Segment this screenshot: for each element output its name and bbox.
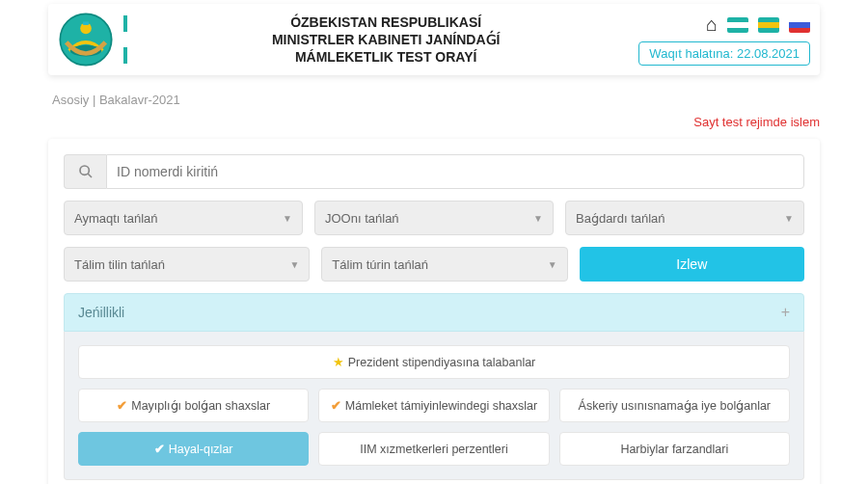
home-icon[interactable]: ⌂ <box>706 13 718 36</box>
flag-uz[interactable] <box>727 17 748 33</box>
search-button[interactable]: Izlew <box>580 247 804 282</box>
caret-down-icon: ▼ <box>283 213 292 224</box>
chip-iim[interactable]: IIM xızmetkerleri perzentleri <box>318 432 549 466</box>
breadcrumb: Asosiy | Bakalavr-2021 <box>48 75 820 115</box>
chip-label: Prezident stipendiyasına talabanlar <box>348 356 536 369</box>
accordion-title: Jeńillikli <box>78 305 124 320</box>
chip-state-support[interactable]: ✔ Mámleket támiyinlewindegi shaxslar <box>318 389 549 422</box>
joo-select[interactable]: JOOnı tańlań ▼ <box>314 201 554 235</box>
type-select[interactable]: Tálim túrin tańlań ▼ <box>321 247 567 282</box>
divider-stripe <box>123 15 127 64</box>
title-line: MÁMLEKETLIK TEST ORAYÍ <box>143 48 629 66</box>
svg-point-4 <box>80 166 89 175</box>
id-search-input[interactable] <box>106 154 804 189</box>
time-badge: Waqıt halatına: 22.08.2021 <box>638 41 810 66</box>
lang-select[interactable]: Tálim tilin tańlań ▼ <box>64 247 310 282</box>
flag-ru[interactable] <box>789 17 810 33</box>
plus-icon: + <box>781 304 790 321</box>
svg-line-5 <box>88 174 92 177</box>
title-line: MINISTRLER KABINETI JANÍNDAǴÍ <box>143 31 629 48</box>
select-label: Baǵdardı tańlań <box>576 211 665 226</box>
title-block: ÓZBEKISTAN RESPUBLIKASÍ MINISTRLER KABIN… <box>143 13 629 67</box>
search-icon-button[interactable] <box>64 154 106 189</box>
select-label: Tálim túrin tańlań <box>332 257 428 272</box>
check-icon: ✔ <box>331 398 341 413</box>
privileges-accordion-header[interactable]: Jeńillikli + <box>64 293 804 332</box>
check-icon: ✔ <box>154 442 165 456</box>
star-icon: ★ <box>333 355 344 369</box>
select-label: JOOnı tańlań <box>325 211 399 226</box>
caret-down-icon: ▼ <box>784 213 794 224</box>
caret-down-icon: ▼ <box>289 259 299 270</box>
state-emblem <box>58 12 114 67</box>
chip-women[interactable]: ✔ Hayal-qızlar <box>78 432 309 466</box>
header: ÓZBEKISTAN RESPUBLIKASÍ MINISTRLER KABIN… <box>48 4 820 75</box>
svg-point-0 <box>60 13 111 65</box>
chip-label: Áskeriy usınısnamaǵa iye bolǵanlar <box>579 398 771 413</box>
flag-kk[interactable] <box>758 17 779 33</box>
caret-down-icon: ▼ <box>548 259 557 270</box>
chip-label: IIM xızmetkerleri perzentleri <box>360 443 508 456</box>
chip-president[interactable]: ★ Prezident stipendiyasına talabanlar <box>78 345 790 379</box>
header-right: ⌂ Waqıt halatına: 22.08.2021 <box>638 13 810 66</box>
chip-military-kids[interactable]: Harbiylar farzandlari <box>559 432 790 466</box>
chip-label: Mámleket támiyinlewindegi shaxslar <box>345 399 537 413</box>
select-label: Aymaqtı tańlań <box>74 211 157 226</box>
svg-rect-2 <box>83 21 89 24</box>
select-label: Tálim tilin tańlań <box>74 257 165 272</box>
direction-select[interactable]: Baǵdardı tańlań ▼ <box>565 201 804 235</box>
chip-military-rec[interactable]: Áskeriy usınısnamaǵa iye bolǵanlar <box>559 389 790 422</box>
chip-label: Mayıplıǵı bolǵan shaxslar <box>131 398 270 413</box>
chip-disabled[interactable]: ✔ Mayıplıǵı bolǵan shaxslar <box>78 389 309 422</box>
marquee-text: Sayt test rejimde islem <box>48 115 820 129</box>
region-select[interactable]: Aymaqtı tańlań ▼ <box>64 201 303 235</box>
main-panel: Aymaqtı tańlań ▼ JOOnı tańlań ▼ Baǵdardı… <box>48 139 820 484</box>
title-line: ÓZBEKISTAN RESPUBLIKASÍ <box>143 13 629 31</box>
chip-label: Harbiylar farzandlari <box>620 443 728 456</box>
privileges-accordion-body: ★ Prezident stipendiyasına talabanlar ✔ … <box>64 332 804 480</box>
chip-label: Hayal-qızlar <box>169 443 233 456</box>
caret-down-icon: ▼ <box>533 213 543 224</box>
check-icon: ✔ <box>117 398 127 413</box>
